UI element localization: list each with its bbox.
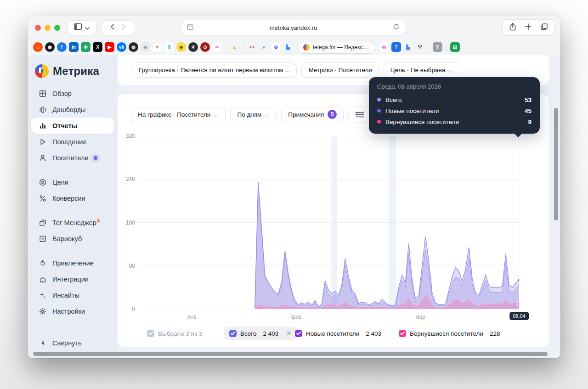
notes-button[interactable]: Примечания 5 <box>281 107 344 122</box>
feather-favicon[interactable]: ≋ <box>212 42 222 52</box>
new-tab-icon[interactable] <box>525 23 531 32</box>
area-series-1 <box>255 186 519 309</box>
x-favicon[interactable]: X <box>93 42 102 52</box>
legend-item-2[interactable]: Вернувшиеся посетители228 <box>399 327 500 340</box>
selected-count-label: Выбрано 3 из 3 <box>158 330 202 337</box>
code-favicon[interactable]: </> <box>247 42 257 52</box>
compass-favicon[interactable]: ◈ <box>141 42 150 52</box>
chart-type-button[interactable] <box>348 106 371 123</box>
sidebar-item-conversions[interactable]: Конверсии <box>31 190 114 206</box>
sidebar-item-variocube[interactable]: 5Вариокуб <box>31 231 114 247</box>
y-axis-tick: 160 <box>118 220 135 226</box>
youtube-favicon[interactable]: ▶ <box>105 42 114 52</box>
sidebar-toggle-button[interactable] <box>68 21 96 35</box>
mic-favicon[interactable]: Ψ <box>415 42 425 52</box>
sidebar-item-overview[interactable]: Обзор <box>31 85 114 101</box>
sidebar-item-label: Инсайты <box>52 292 79 299</box>
tooltip-series-value: 53 <box>525 96 531 103</box>
red-app-favicon[interactable]: ⊙ <box>200 42 210 52</box>
horizontal-scrollbar[interactable] <box>33 352 548 356</box>
sidebar-item-reports[interactable]: Отчеты <box>31 118 114 134</box>
filter-chip-1[interactable]: Метрики · Посетители <box>301 62 379 78</box>
close-window-button[interactable] <box>35 25 41 31</box>
vk-favicon[interactable]: vk <box>117 42 126 52</box>
globe-favicon[interactable]: ⊕ <box>271 42 281 52</box>
chevron-down-icon <box>449 69 453 72</box>
filter-chip-2[interactable]: Цель · Не выбрана <box>384 62 461 78</box>
select-all-checkbox[interactable] <box>147 330 154 337</box>
reload-icon[interactable] <box>393 23 399 32</box>
tooltip-series-value: 45 <box>525 107 531 114</box>
podcasts-favicon[interactable]: ◎ <box>379 42 389 52</box>
address-bar[interactable]: metrika.yandex.ru <box>181 20 405 35</box>
vertical-scrollbar[interactable] <box>554 108 558 220</box>
chart2-favicon[interactable]: ▙ <box>403 42 413 52</box>
notes-label: Примечания <box>288 111 324 118</box>
metrika-app: Метрика ОбзорДашбордыОтчетыПоведениеПосе… <box>28 55 560 358</box>
reddit-favicon[interactable]: ☺ <box>33 42 43 52</box>
y-axis-tick: 80 <box>118 263 135 269</box>
window-controls <box>35 25 60 31</box>
football-favicon[interactable]: ◍ <box>129 42 138 52</box>
zoom-window-button[interactable] <box>54 25 60 31</box>
legend-series-value: 228 <box>490 330 500 337</box>
forward-button[interactable] <box>122 23 126 32</box>
series-checkbox[interactable] <box>295 330 302 337</box>
chart-canvas[interactable] <box>138 136 519 309</box>
sidebar-item-goals[interactable]: Цели <box>31 174 114 190</box>
legend-select-all[interactable]: Выбрано 3 из 3 <box>147 327 202 340</box>
sidebar-item-dashboards[interactable]: Дашборды <box>31 101 114 118</box>
on-chart-select[interactable]: На графике · Посетители <box>131 107 226 122</box>
close-icon[interactable]: ✕ <box>286 329 292 338</box>
series-checkbox[interactable] <box>399 330 406 337</box>
legend-item-0[interactable]: Всего2 403✕ <box>224 327 297 340</box>
minimize-window-button[interactable] <box>45 25 51 31</box>
sidebar-item-tag-manager[interactable]: Тег Менеджерβ <box>31 214 114 231</box>
sidebar-item-settings[interactable]: Настройки <box>31 303 114 319</box>
area-series-0 <box>255 182 519 309</box>
telegram-t-favicon[interactable]: T <box>391 42 401 52</box>
sidebar-item-collapse[interactable]: Свернуть <box>31 335 114 351</box>
sidebar-item-insights[interactable]: Инсайты <box>31 287 114 303</box>
linkedin-favicon[interactable]: in <box>69 42 79 52</box>
sidebar-item-label: Вариокуб <box>52 235 82 242</box>
facebook-favicon[interactable]: f <box>57 42 67 52</box>
filter-chip-0[interactable]: Группировка · Является ли визит первым в… <box>132 62 297 78</box>
search-favicon[interactable]: ⌕ <box>259 42 269 52</box>
share-icon[interactable] <box>509 23 516 33</box>
wheel-favicon[interactable]: ✳ <box>188 42 198 52</box>
chevron-down-icon[interactable] <box>85 23 90 32</box>
sheets-favicon[interactable]: ✚ <box>81 42 90 52</box>
y-favicon[interactable]: Y <box>433 42 442 52</box>
granularity-select[interactable]: По дням <box>230 107 277 122</box>
sidebar-item-attraction[interactable]: Привлечение <box>31 255 114 271</box>
tab-overview-icon[interactable] <box>541 23 548 32</box>
chart-favicon[interactable]: ▙ <box>283 42 293 52</box>
area-chart-icon <box>355 110 365 118</box>
x-blue-favicon[interactable]: X <box>164 42 174 52</box>
sidebar-item-behavior[interactable]: Поведение <box>31 134 114 150</box>
crosshair-dot <box>517 302 519 306</box>
drive-favicon[interactable]: ▲ <box>230 42 239 52</box>
series-checkbox[interactable] <box>229 330 237 337</box>
metrika-logo[interactable]: Метрика <box>28 60 118 85</box>
page-format-icon[interactable] <box>187 23 193 32</box>
back-button[interactable] <box>110 23 114 32</box>
sidebar-item-label: Конверсии <box>52 195 85 202</box>
y-axis-tick: 320 <box>118 133 135 139</box>
filter-chip-label: Цель · Не выбрана <box>390 67 446 73</box>
active-tab-favicon <box>303 44 310 51</box>
sidebar-item-label: Тег Менеджерβ <box>52 219 100 226</box>
gitlab-favicon[interactable]: ▼ <box>153 42 162 52</box>
series-dot-icon <box>377 120 381 124</box>
sidebar-group: ЦелиКонверсии <box>28 174 118 206</box>
instagram-favicon[interactable]: ◉ <box>45 42 55 52</box>
sidebar-item-visitors[interactable]: Посетители <box>31 150 114 166</box>
sidebar-item-integrations[interactable]: Интеграции <box>31 271 114 287</box>
legend-item-1[interactable]: Новые посетители2 403 <box>295 327 381 340</box>
table-favicon[interactable]: ⊞ <box>450 42 460 52</box>
active-tab[interactable]: telega.fm — Яндекс.... <box>297 41 375 54</box>
emoji-favicon[interactable]: ☻ <box>176 42 186 52</box>
collapse-icon <box>39 339 47 347</box>
crosshair-date-badge: 08.04 <box>509 312 529 320</box>
